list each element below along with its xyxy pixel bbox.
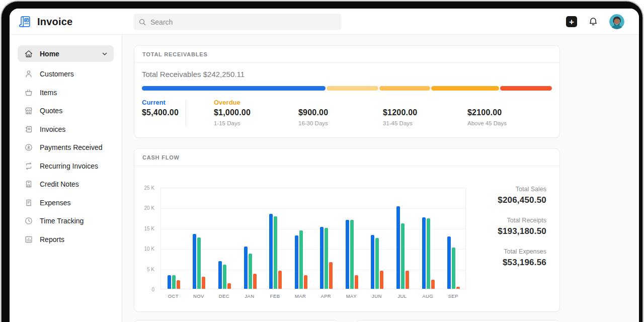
bucket-amount: $900.00 — [298, 108, 383, 117]
sales-bar — [447, 236, 451, 289]
y-tick-label: 15 K — [144, 225, 154, 231]
card-header: TOTAL RECEIVABLES — [134, 46, 559, 63]
expenses-bar — [202, 277, 205, 289]
topbar-actions: + — [566, 9, 624, 35]
stat-label: Total Expenses — [498, 248, 546, 255]
expenses-bar — [304, 275, 307, 289]
cashflow-card-title: CASH FLOW — [142, 154, 180, 160]
stat-value: $53,196.56 — [498, 258, 546, 268]
sales-bar — [295, 235, 298, 289]
expenses-bar — [329, 262, 333, 289]
x-tick-label: OCT — [160, 293, 186, 299]
sidebar-item-payments-received[interactable]: Payments Received — [18, 138, 114, 157]
sales-bar — [346, 220, 349, 289]
bar-group-oct — [161, 188, 187, 289]
x-tick-label: DEC — [211, 293, 237, 299]
bar-group-jun — [365, 188, 390, 289]
bucket-period: 1-15 Days — [214, 120, 298, 127]
expenses-bar — [355, 275, 358, 289]
add-new-button[interactable]: + — [566, 16, 577, 27]
receipts-bar — [350, 220, 354, 289]
home-icon — [24, 49, 33, 58]
cashflow-totals: Total Sales $206,450.50Total Receipts $1… — [498, 186, 546, 279]
search-icon — [138, 18, 146, 26]
sidebar-item-expenses[interactable]: Expenses — [18, 194, 114, 212]
sidebar-item-reports[interactable]: Reports — [18, 230, 114, 249]
invoices-icon — [24, 125, 33, 134]
expenses-bar — [278, 271, 282, 289]
bar-group-jul — [390, 188, 416, 289]
y-axis-labels: 25 K20 K15 K10 K5 K0 — [134, 188, 154, 289]
x-tick-label: JAN — [237, 293, 263, 299]
overdue-bucket: Overdue$1,000.00 1-15 Days — [214, 99, 298, 127]
bar-group-aug — [416, 188, 441, 289]
aging-breakdown: Current $5,400.00 Overdue$1,000.00 1-15 … — [142, 99, 552, 127]
cash-flow-card: CASH FLOW 25 K20 K15 K10 K5 K0 OCTNOVDEC… — [134, 148, 560, 312]
search-input[interactable] — [150, 18, 337, 26]
y-tick-label: 25 K — [144, 185, 154, 191]
cash-flow-chart: 25 K20 K15 K10 K5 K0 OCTNOVDECJANFEBMARA… — [134, 167, 559, 311]
card-header: CASH FLOW — [134, 149, 559, 166]
x-tick-label: NOV — [186, 293, 212, 299]
expenses-icon — [24, 198, 33, 207]
receivables-summary: Total Receivables $242,250.11 — [142, 70, 552, 78]
expenses-bar — [456, 287, 460, 289]
sidebar-item-quotes[interactable]: Quotes — [18, 102, 114, 120]
expenses-bar — [177, 280, 180, 289]
bucket-amount: $2100.00 — [467, 108, 552, 117]
app-logo: Invoice — [18, 9, 72, 35]
bucket-amount: $1,000.00 — [214, 108, 298, 117]
y-tick-label: 20 K — [144, 205, 154, 211]
sidebar-item-label: Recurring Invoices — [40, 162, 98, 170]
sales-bar — [371, 235, 374, 289]
sidebar-item-time-tracking[interactable]: Time Tracking — [18, 212, 114, 230]
bucket-period: Above 45 Days — [467, 120, 552, 127]
receipts-bar — [274, 216, 277, 289]
sidebar-item-recurring-invoices[interactable]: Recurring Invoices — [18, 157, 114, 176]
overdue-buckets: Overdue$1,000.00 1-15 Days $900.00 16-30… — [214, 99, 552, 127]
aging-bar-segment — [500, 86, 552, 91]
y-tick-label: 0 — [151, 287, 154, 292]
receipts-bar — [172, 275, 176, 289]
aging-bar-segment — [379, 86, 430, 91]
sidebar-item-items[interactable]: Items — [18, 84, 114, 102]
bar-group-apr — [314, 188, 340, 289]
quotes-icon — [24, 106, 33, 115]
sidebar-item-credit-notes[interactable]: Credit Notes — [18, 175, 114, 194]
payments-icon — [24, 143, 33, 152]
sidebar-item-label: Items — [40, 89, 57, 97]
x-tick-label: APR — [313, 293, 339, 299]
expenses-bar — [253, 274, 257, 289]
user-avatar[interactable] — [609, 14, 624, 29]
current-label: Current — [142, 99, 186, 108]
items-icon — [24, 88, 33, 97]
aging-bar-segment — [327, 86, 378, 91]
sidebar-item-label: Time Tracking — [40, 217, 84, 225]
sidebar-item-label: Expenses — [40, 199, 70, 207]
stat-value: $193,180.50 — [498, 226, 546, 236]
notifications-bell-icon[interactable] — [588, 17, 598, 27]
sidebar-item-home[interactable]: Home — [18, 45, 114, 62]
bucket-amount: $1200.00 — [383, 108, 467, 117]
sidebar-item-label: Quotes — [40, 107, 62, 115]
sidebar-item-invoices[interactable]: Invoices — [18, 120, 114, 139]
sales-bar — [168, 275, 171, 289]
sales-bar — [422, 217, 426, 289]
receipts-bar — [375, 238, 379, 289]
bottom-cards-row — [134, 320, 639, 322]
stat-total-expenses: Total Expenses $53,196.56 — [498, 248, 546, 268]
stat-value: $206,450.50 — [498, 195, 546, 205]
bucket-period: 31-45 Days — [383, 120, 467, 127]
bar-group-dec — [212, 188, 237, 289]
sidebar-item-customers[interactable]: Customers — [18, 65, 114, 84]
receipts-bar — [401, 223, 405, 289]
sales-bar — [320, 227, 324, 289]
sidebar-item-label: Payments Received — [40, 143, 103, 151]
sidebar-item-label: Reports — [40, 235, 64, 244]
search-bar[interactable] — [133, 14, 342, 30]
topbar: Invoice + — [10, 9, 639, 35]
overdue-label: Overdue — [214, 99, 298, 108]
overdue-bucket: $900.00 16-30 Days — [298, 99, 383, 127]
y-tick-label: 5 K — [147, 266, 154, 272]
sales-bar — [218, 261, 222, 289]
